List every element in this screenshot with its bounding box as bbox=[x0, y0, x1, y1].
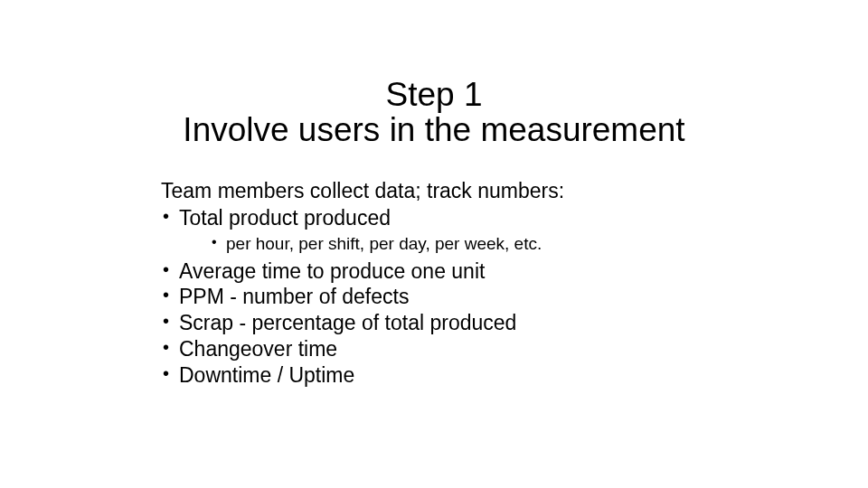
list-item: Average time to produce one unit bbox=[161, 258, 722, 285]
title-line-1: Step 1 bbox=[0, 78, 868, 113]
list-item: Total product produced per hour, per shi… bbox=[161, 205, 722, 255]
sub-list-item: per hour, per shift, per day, per week, … bbox=[212, 233, 722, 255]
list-item: PPM - number of defects bbox=[161, 284, 722, 310]
slide-body: Team members collect data; track numbers… bbox=[161, 179, 722, 388]
bullet-list: Total product produced per hour, per shi… bbox=[161, 205, 722, 388]
body-intro: Team members collect data; track numbers… bbox=[161, 179, 722, 203]
slide-title: Step 1 Involve users in the measurement bbox=[0, 78, 868, 148]
list-item-text: PPM - number of defects bbox=[179, 285, 409, 308]
title-line-2: Involve users in the measurement bbox=[0, 113, 868, 148]
list-item-text: Total product produced bbox=[179, 206, 391, 230]
list-item: Scrap - percentage of total produced bbox=[161, 310, 722, 336]
list-item-text: Average time to produce one unit bbox=[179, 259, 485, 283]
list-item-text: Downtime / Uptime bbox=[179, 363, 354, 387]
sub-bullet-list: per hour, per shift, per day, per week, … bbox=[179, 233, 722, 255]
list-item: Changeover time bbox=[161, 336, 722, 362]
slide: Step 1 Involve users in the measurement … bbox=[0, 0, 868, 488]
list-item-text: Changeover time bbox=[179, 337, 337, 361]
list-item-text: Scrap - percentage of total produced bbox=[179, 311, 516, 334]
sub-list-item-text: per hour, per shift, per day, per week, … bbox=[226, 234, 542, 253]
list-item: Downtime / Uptime bbox=[161, 362, 722, 389]
